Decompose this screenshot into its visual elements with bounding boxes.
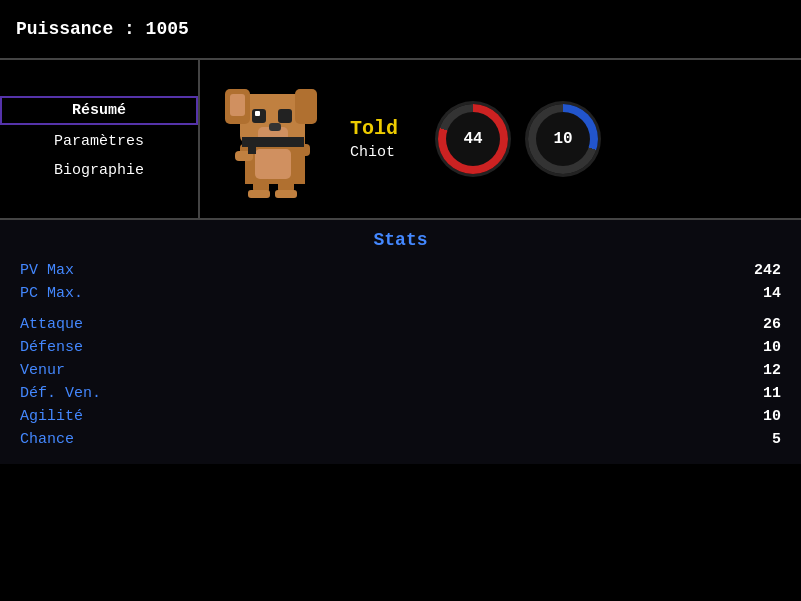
stat-row: Défense10 [20, 339, 781, 356]
stat-label: PC Max. [20, 285, 83, 302]
stat-row: Agilité10 [20, 408, 781, 425]
sidebar-item-parametres[interactable]: Paramètres [0, 129, 198, 154]
sidebar-item-biographie[interactable]: Biographie [0, 158, 198, 183]
stats-section: Stats PV Max242PC Max.14Attaque26Défense… [0, 220, 801, 464]
stats-list: PV Max242PC Max.14Attaque26Défense10Venu… [20, 262, 781, 448]
stat-row: PC Max.14 [20, 285, 781, 302]
svg-rect-15 [255, 149, 291, 179]
stat-value: 12 [763, 362, 781, 379]
hp-gauge: 44 [438, 104, 508, 174]
stat-value: 14 [763, 285, 781, 302]
stat-label: Venur [20, 362, 65, 379]
stat-value: 10 [763, 339, 781, 356]
svg-rect-7 [255, 111, 260, 116]
svg-rect-6 [278, 109, 292, 123]
svg-rect-21 [275, 190, 297, 198]
stat-value: 10 [763, 408, 781, 425]
stat-value: 5 [772, 431, 781, 448]
stats-title: Stats [20, 230, 781, 250]
character-name: Told [350, 117, 398, 140]
stat-value: 26 [763, 316, 781, 333]
stat-label: Déf. Ven. [20, 385, 101, 402]
svg-rect-9 [269, 123, 281, 131]
stat-row: Chance5 [20, 431, 781, 448]
svg-rect-20 [248, 190, 270, 198]
stat-row: PV Max242 [20, 262, 781, 279]
puissance-label: Puissance : 1005 [16, 19, 189, 39]
svg-rect-17 [248, 142, 256, 154]
sidebar-item-resume[interactable]: Résumé [0, 96, 198, 125]
hp-value: 44 [446, 112, 500, 166]
stat-value: 11 [763, 385, 781, 402]
svg-rect-3 [295, 89, 317, 124]
character-type: Chiot [350, 144, 398, 161]
mp-gauge: 10 [528, 104, 598, 174]
stat-label: Chance [20, 431, 74, 448]
stat-label: Agilité [20, 408, 83, 425]
character-panel: Told Chiot 44 10 [200, 60, 801, 218]
stat-label: Attaque [20, 316, 83, 333]
sidebar: Résumé Paramètres Biographie [0, 60, 200, 218]
stat-spacer [20, 308, 781, 316]
character-sprite [220, 79, 330, 199]
stat-row: Venur12 [20, 362, 781, 379]
mp-value: 10 [536, 112, 590, 166]
top-bar: Puissance : 1005 [0, 0, 801, 60]
stat-row: Déf. Ven.11 [20, 385, 781, 402]
stat-label: PV Max [20, 262, 74, 279]
middle-section: Résumé Paramètres Biographie [0, 60, 801, 220]
stat-row: Attaque26 [20, 316, 781, 333]
stat-value: 242 [754, 262, 781, 279]
character-info: Told Chiot [350, 117, 398, 161]
svg-rect-4 [230, 94, 245, 116]
gauges: 44 10 [438, 104, 598, 174]
stat-label: Défense [20, 339, 83, 356]
